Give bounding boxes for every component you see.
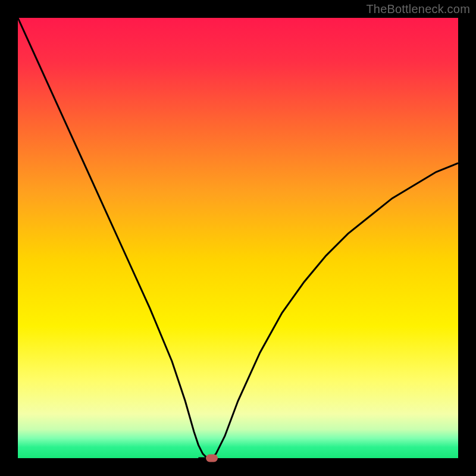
- watermark-text: TheBottleneck.com: [366, 2, 470, 16]
- plot-area: [18, 18, 458, 458]
- gradient-background: [18, 18, 458, 458]
- plot-svg: [18, 18, 458, 458]
- result-marker: [206, 455, 218, 462]
- chart-frame: TheBottleneck.com: [0, 0, 476, 476]
